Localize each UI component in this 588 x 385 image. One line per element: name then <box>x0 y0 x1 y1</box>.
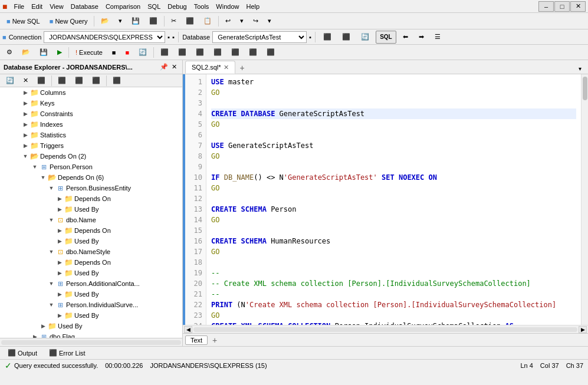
h-scroll-track[interactable] <box>193 327 577 332</box>
tree-namestyle-used-by[interactable]: ▶ 📁 Used By <box>0 268 182 278</box>
tree-biz-depends-on[interactable]: ▶ 📁 Depends On <box>0 193 182 204</box>
group-button[interactable]: ⬛ <box>109 75 125 87</box>
menu-comparison[interactable]: Comparison <box>103 2 143 11</box>
menu-debug[interactable]: Debug <box>165 2 189 11</box>
outdent-button[interactable]: ➡ <box>415 31 428 44</box>
tree-depends-on-6[interactable]: ▼ 📂 Depends On (6) <box>0 172 182 183</box>
sidebar-scrollbar[interactable] <box>0 338 182 346</box>
expand-tree-button[interactable]: ⬛ <box>33 75 50 87</box>
maximize-button[interactable]: □ <box>554 1 570 12</box>
output-tab[interactable]: ⬛ Output <box>4 347 41 359</box>
cut-button[interactable]: ✂ <box>167 15 180 28</box>
tree-view[interactable]: ▶ 📁 Columns ▶ 📁 Keys ▶ 📁 Constraints ▶ 📁… <box>0 87 182 338</box>
tree-constraints[interactable]: ▶ 📁 Constraints <box>0 108 182 119</box>
tree-dbo-name[interactable]: ▼ ⊡ dbo.Name <box>0 215 182 225</box>
exec-misc5-button[interactable]: ⬛ <box>227 47 244 58</box>
menu-help[interactable]: Help <box>243 2 262 11</box>
tree-triggers[interactable]: ▶ 📁 Triggers <box>0 140 182 151</box>
close-button[interactable]: ✕ <box>570 1 586 12</box>
exec-misc4-button[interactable]: ⬛ <box>209 47 226 58</box>
tree-name-depends-on[interactable]: ▶ 📁 Depends On <box>0 225 182 236</box>
sort-desc-button[interactable]: ⬛ <box>88 75 104 87</box>
tree-addcontact-used-by[interactable]: ▶ 📁 Used By <box>0 289 182 300</box>
menu-view[interactable]: View <box>47 2 67 11</box>
menu-database[interactable]: Database <box>68 2 101 11</box>
tree-person-used-by[interactable]: ▶ 📁 Used By <box>0 321 182 331</box>
exec-misc3-button[interactable]: ⬛ <box>192 47 208 58</box>
undo-dropdown-button[interactable]: ▾ <box>236 15 248 28</box>
redo-dropdown-button[interactable]: ▾ <box>264 15 275 28</box>
editor-content[interactable]: 1234567891011121314151617181920212223242… <box>183 74 588 325</box>
connection-select[interactable]: JORDANSANDERS\SQLEXPRESS <box>44 31 165 43</box>
dropdown-button[interactable]: ▾ <box>114 15 126 28</box>
tree-dbo-namestyle[interactable]: ▼ ⊡ dbo.NameStyle <box>0 246 182 257</box>
filter-button[interactable]: ⬛ <box>54 75 70 87</box>
scroll-right-button[interactable]: ▶ <box>579 326 587 333</box>
scroll-left-button[interactable]: ◀ <box>184 326 192 333</box>
sql-mode-button[interactable]: SQL <box>376 31 396 44</box>
vertical-scrollbar[interactable] <box>581 74 588 325</box>
add-result-tab-button[interactable]: + <box>209 334 221 346</box>
menu-sql[interactable]: SQL <box>144 2 163 11</box>
tree-depends-on-2[interactable]: ▼ 📂 Depends On (2) <box>0 151 182 162</box>
tree-individual-survey[interactable]: ▼ ⊞ Person.IndividualSurve... <box>0 300 182 310</box>
text-tab[interactable]: Text <box>185 335 208 345</box>
indent-button[interactable]: ⬅ <box>399 31 412 44</box>
tree-person-person[interactable]: ▼ ⊞ Person.Person <box>0 162 182 172</box>
tree-indexes[interactable]: ▶ 📁 Indexes <box>0 119 182 130</box>
redo-button[interactable]: ↪ <box>249 15 262 28</box>
new-sql-button[interactable]: ■ New SQL <box>2 15 44 28</box>
refresh2-button[interactable]: 🔄 <box>134 47 151 58</box>
save-all-button[interactable]: ⬛ <box>145 15 162 28</box>
stop-button[interactable]: ■ <box>121 47 133 58</box>
tree-person-businessentity[interactable]: ▼ ⊞ Person.BusinessEntity <box>0 183 182 193</box>
open-button[interactable]: 📂 <box>97 15 113 28</box>
run-button[interactable]: ▶ <box>53 47 66 58</box>
copy-button[interactable]: ⬛ <box>182 15 198 28</box>
undo-button[interactable]: ↩ <box>221 15 235 28</box>
tree-columns[interactable]: ▶ 📁 Columns <box>0 87 182 98</box>
format-button[interactable]: ⬛ <box>319 31 336 44</box>
tree-namestyle-depends-on[interactable]: ▶ 📁 Depends On <box>0 257 182 268</box>
tab-close-icon[interactable]: ✕ <box>224 64 229 71</box>
execute-extra-button[interactable]: ■ <box>108 47 120 58</box>
tree-dbo-flag[interactable]: ▶ ⊞ dbo.Flag <box>0 331 182 338</box>
save-button[interactable]: 💾 <box>127 15 144 28</box>
database-select[interactable]: GenerateScriptAsTest <box>212 31 307 43</box>
menu-file[interactable]: File <box>11 2 27 11</box>
refresh-tree-button[interactable]: 🔄 <box>2 75 18 87</box>
execute-button[interactable]: ! Execute <box>71 47 107 58</box>
exec-misc6-button[interactable]: ⬛ <box>245 47 261 58</box>
tree-keys[interactable]: ▶ 📁 Keys <box>0 98 182 108</box>
menu-edit[interactable]: Edit <box>28 2 45 11</box>
exec-save-button[interactable]: 💾 <box>35 47 52 58</box>
code-editor[interactable]: USE masterGO CREATE DATABASE GenerateScr… <box>206 74 581 325</box>
tree-name-used-by[interactable]: ▶ 📁 Used By <box>0 236 182 246</box>
sidebar-close-button[interactable]: ✕ <box>169 62 179 72</box>
menu-window[interactable]: Window <box>213 2 242 11</box>
exec-misc7-button[interactable]: ⬛ <box>262 47 279 58</box>
grid-button[interactable]: ⬛ <box>338 31 354 44</box>
minimize-button[interactable]: – <box>538 1 554 12</box>
exec-misc2-button[interactable]: ⬛ <box>174 47 190 58</box>
exec-icon-button[interactable]: ⚙ <box>2 47 17 58</box>
sidebar-pin-button[interactable]: 📌 <box>159 62 169 72</box>
menu-tools[interactable]: Tools <box>191 2 212 11</box>
refresh-button[interactable]: 🔄 <box>357 31 373 44</box>
paste-button[interactable]: 📋 <box>199 15 216 28</box>
exec-open-button[interactable]: 📂 <box>18 47 34 58</box>
sort-asc-button[interactable]: ⬛ <box>71 75 87 87</box>
tree-biz-used-by[interactable]: ▶ 📁 Used By <box>0 204 182 215</box>
sql2-tab[interactable]: SQL2.sql* ✕ <box>185 61 235 74</box>
menu2-button[interactable]: ☰ <box>431 31 445 44</box>
horizontal-scrollbar[interactable]: ◀ ▶ <box>183 325 588 333</box>
new-query-button[interactable]: ■ New Query <box>45 15 92 28</box>
tree-indsurvey-used-by[interactable]: ▶ 📁 Used By <box>0 310 182 321</box>
tab-scroll-button[interactable]: ▾ <box>574 63 586 74</box>
add-tab-button[interactable]: + <box>236 62 248 74</box>
exec-misc-button[interactable]: ⬛ <box>156 47 173 58</box>
tree-statistics[interactable]: ▶ 📁 Statistics <box>0 130 182 140</box>
error-list-tab[interactable]: ⬛ Error List <box>45 347 90 359</box>
tree-additional-contact[interactable]: ▼ ⊞ Person.AdditionalConta... <box>0 278 182 289</box>
close-tree-button[interactable]: ✕ <box>19 75 32 87</box>
